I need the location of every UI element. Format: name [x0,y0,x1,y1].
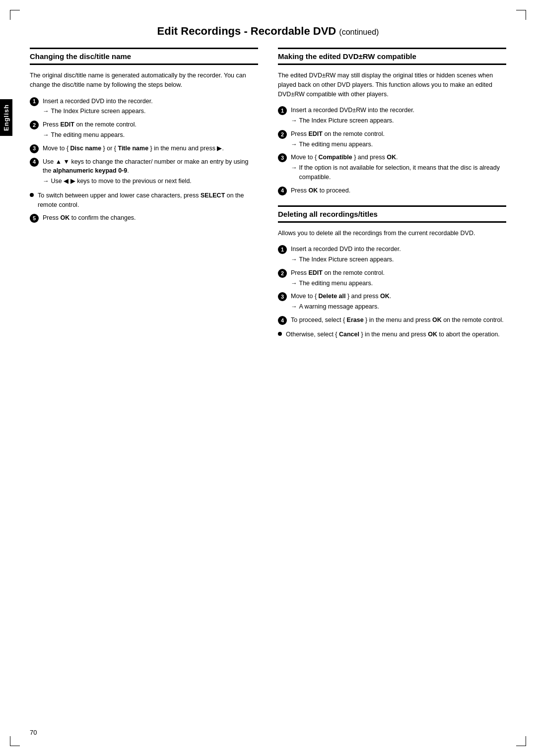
step-5-content: Press OK to confirm the changes. [43,213,258,223]
delete-step-3-sub: → A warning message appears. [291,302,506,312]
bullet-cancel: Otherwise, select { Cancel } in the menu… [278,330,506,339]
delete-step-3: 3 Move to { Delete all } and press OK. →… [278,292,506,312]
step-number-4: 4 [30,158,39,167]
step-2: 2 Press EDIT on the remote control. → Th… [30,120,258,140]
arrow-icon-4: → [43,177,49,186]
bullet-dot-1 [30,193,34,197]
delete-step-number-3: 3 [278,292,287,301]
page: English Edit Recordings - Recordable DVD… [0,0,536,756]
section-title-delete: Deleting all recordings/titles [278,210,378,218]
step-3-content: Move to { Disc name } or { Title name } … [43,144,258,153]
section-title-disc-title: Changing the disc/title name [30,52,131,61]
corner-mark-tr [516,10,526,20]
delete-step-2: 2 Press EDIT on the remote control. → Th… [278,268,506,288]
main-content: Changing the disc/title name The origina… [30,48,506,343]
arrow-icon-1: → [43,107,49,116]
compatible-intro: The edited DVD±RW may still display the … [278,71,506,99]
bullet-cancel-content: Otherwise, select { Cancel } in the menu… [286,330,506,339]
compatible-step-3-sub: → If the option is not available for sel… [291,163,506,182]
sidebar-language-tab: English [0,99,12,136]
compatible-step-number-3: 3 [278,153,287,162]
delete-steps: 1 Insert a recorded DVD into the recorde… [278,245,506,325]
compatible-step-2-sub: → The editing menu appears. [291,140,506,149]
section-header-delete: Deleting all recordings/titles [278,205,506,223]
delete-step-4: 4 To proceed, select { Erase } in the me… [278,315,506,325]
compatible-step-number-2: 2 [278,130,287,139]
step-4-content: Use ▲ ▼ keys to change the character/ nu… [43,157,258,186]
compatible-step-number-4: 4 [278,187,287,195]
corner-mark-bl [10,736,20,746]
step-1-sub: → The Index Picture screen appears. [43,107,258,116]
step-3: 3 Move to { Disc name } or { Title name … [30,144,258,153]
step-1-content: Insert a recorded DVD into the recorder.… [43,97,258,117]
step-2-sub: → The editing menu appears. [43,130,258,140]
step-4: 4 Use ▲ ▼ keys to change the character/ … [30,157,258,186]
compatible-step-1: 1 Insert a recorded DVD±RW into the reco… [278,106,506,126]
page-title: Edit Recordings - Recordable DVD (contin… [30,20,506,38]
compatible-steps: 1 Insert a recorded DVD±RW into the reco… [278,106,506,195]
step-2-content: Press EDIT on the remote control. → The … [43,120,258,140]
step-4-sub: → Use ◀ ▶ keys to move to the previous o… [43,177,258,186]
delete-intro: Allows you to delete all the recordings … [278,229,506,238]
compatible-step-1-sub: → The Index Picture screen appears. [291,116,506,126]
compatible-step-2: 2 Press EDIT on the remote control. → Th… [278,129,506,149]
delete-step-number-2: 2 [278,269,287,278]
compatible-step-3: 3 Move to { Compatible } and press OK. →… [278,153,506,182]
bullet-dot-cancel [278,332,282,336]
corner-mark-tl [10,10,20,20]
section-header-compatible: Making the edited DVD±RW compatible [278,48,506,65]
delete-step-1-sub: → The Index Picture screen appears. [291,255,506,264]
disc-title-intro: The original disc/title name is generate… [30,71,258,90]
bullet-switch-case: To switch between upper and lower case c… [30,191,258,210]
delete-step-1: 1 Insert a recorded DVD into the recorde… [278,245,506,264]
delete-step-number-1: 1 [278,245,287,254]
compatible-step-number-1: 1 [278,106,287,115]
section-title-compatible: Making the edited DVD±RW compatible [278,52,416,61]
delete-step-number-4: 4 [278,316,287,325]
right-column: Making the edited DVD±RW compatible The … [278,48,506,343]
page-number: 70 [30,729,37,736]
disc-title-steps: 1 Insert a recorded DVD into the recorde… [30,97,258,186]
corner-mark-br [516,736,526,746]
compatible-step-4: 4 Press OK to proceed. [278,186,506,195]
delete-step-2-sub: → The editing menu appears. [291,279,506,288]
step-number-3: 3 [30,144,39,153]
step-number-2: 2 [30,121,39,129]
step-5: 5 Press OK to confirm the changes. [30,213,258,223]
arrow-icon-2: → [43,130,49,140]
step-1: 1 Insert a recorded DVD into the recorde… [30,97,258,117]
left-column: Changing the disc/title name The origina… [30,48,258,343]
bullet-switch-case-content: To switch between upper and lower case c… [38,191,258,210]
section-header-disc-title: Changing the disc/title name [30,48,258,65]
step-number-5: 5 [30,214,39,223]
step-number-1: 1 [30,97,39,106]
